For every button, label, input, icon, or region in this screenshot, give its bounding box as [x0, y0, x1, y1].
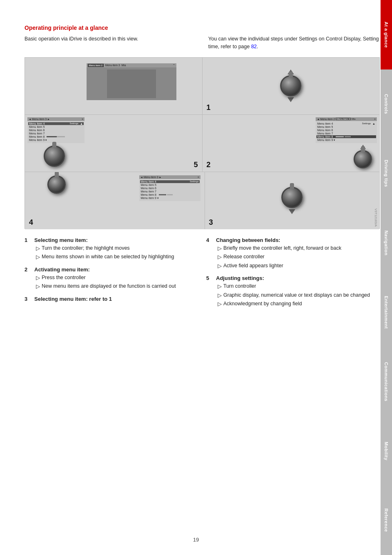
instr-sub-5-2: ▷ Acknowledgment by changing field	[216, 300, 380, 308]
instructions-left-col: 1 Selecting menu item: ▷ Turn the contro…	[24, 237, 198, 313]
triangle-bullet-icon: ▷	[36, 254, 40, 261]
diagram-cell-mid-left: ◄ Menu item 3 ► × Menu item 4 Settings ▲…	[25, 115, 203, 172]
sidebar-tab-navigation[interactable]: Navigation	[381, 208, 392, 278]
menu-item-5-row: Menu item 5	[28, 125, 84, 128]
instruction-item-1: 1 Selecting menu item: ▷ Turn the contro…	[24, 237, 198, 262]
menu-item-9-row-ml: Menu item 9 ▾	[28, 139, 84, 142]
diagram-label-2: 2	[207, 161, 211, 169]
instr-sublist-1: ▷ Turn the controller; the highlight mov…	[34, 245, 198, 261]
page-number: 19	[193, 537, 199, 543]
knob-nub-5	[52, 142, 56, 148]
page-link[interactable]: 82	[251, 44, 257, 49]
sidebar-tab-mobility[interactable]: Mobility	[381, 416, 392, 486]
menu-item-3-bl: ◄ Menu item 3 ►	[140, 176, 162, 179]
knob-1	[280, 75, 301, 96]
knob-area-4	[47, 175, 66, 194]
diagram-row-2: ◄ Menu item 3 ► × Menu item 4 Settings ▲…	[25, 115, 379, 172]
knob-nub-4	[55, 172, 59, 177]
screen-header-bot-left: ◄ Menu item 3 ► ×	[139, 175, 200, 179]
sidebar-tab-entertainment[interactable]: Entertainment	[381, 278, 392, 347]
triangle-bullet-icon: ▷	[218, 301, 222, 308]
settings-label-mid-left: Settings	[69, 122, 78, 125]
diagram-label-4: 4	[29, 218, 33, 227]
instr-content-5: Adjusting settings: ▷ Turn controller ▷ …	[216, 275, 380, 309]
screen-mid-left: ◄ Menu item 3 ► × Menu item 4 Settings ▲…	[27, 117, 85, 143]
sidebar-tab-at-a-glance[interactable]: At a glance	[381, 0, 392, 69]
diagram-cell-bot-right: 3	[205, 172, 380, 229]
instr-title-1: Selecting menu item:	[34, 237, 198, 243]
menu-item-4-mr: Menu item 4 Settings ▲	[316, 122, 376, 125]
section-heading: Operating principle at a glance	[24, 25, 380, 31]
prog-empty-mr	[336, 136, 344, 137]
menu-item-4-bl-highlighted: Menu item 4 Settings	[140, 180, 200, 183]
settings-bl: Settings	[190, 180, 199, 183]
instructions: 1 Selecting menu item: ▷ Turn the contro…	[24, 237, 380, 313]
triangle-bullet-icon: ▷	[36, 275, 40, 282]
close-x-mr: ×	[374, 118, 376, 121]
instr-content-4: Changing between fields: ▷ Briefly move …	[216, 237, 380, 271]
settings-label-mr: Settings	[362, 122, 371, 125]
triangle-bullet-icon: ▷	[218, 254, 222, 261]
instr-content-3: Selecting menu item: refer to 1	[34, 296, 198, 304]
knob-area-1	[203, 69, 380, 102]
screen-dot-1: ⌃	[173, 64, 175, 67]
menu-item-4: Menu item 4	[29, 122, 45, 125]
knob-area-3	[205, 187, 380, 214]
sidebar-tab-controls[interactable]: Controls	[381, 69, 392, 139]
instr-title-4: Changing between fields:	[216, 237, 380, 243]
menu-item-8-bl: Menu item 8	[140, 193, 200, 196]
triangle-bullet-icon: ▷	[218, 283, 222, 291]
diagram-cell-mid-right: ◄ Menu item 2 Menu item 3 Mia × Menu ite…	[203, 115, 380, 172]
menu-item-8-highlighted-mr: Menu item 8	[316, 135, 376, 138]
diagram-cell-top-left: Menu item 2 Menu item 3 Mia ⌃	[25, 58, 203, 114]
knob-area-5	[44, 145, 65, 167]
instruction-item-5: 5 Adjusting settings: ▷ Turn controller …	[206, 275, 380, 309]
intro-right: You can view the individual steps under …	[208, 35, 380, 51]
instruction-item-4: 4 Changing between fields: ▷ Briefly mov…	[206, 237, 380, 271]
mid-right-content: ◄ Menu item 2 Menu item 3 Mia × Menu ite…	[205, 117, 377, 143]
screen-menu-bot-left: Menu item 4 Settings Menu item 5 Menu it…	[139, 179, 200, 201]
screen-mid-right: ◄ Menu item 2 Menu item 3 Mia × Menu ite…	[316, 117, 377, 143]
triangle-bullet-icon: ▷	[218, 292, 222, 300]
intro-right-period: .	[257, 44, 258, 49]
menu-item-7-row: Menu item 7	[28, 132, 84, 135]
menu-item-9-bl: Menu item 9 ▾	[140, 197, 200, 200]
instr-sublist-2: ▷ Press the controller ▷ New menu items …	[34, 274, 198, 291]
menu-row-4-highlighted: Menu item 4 Settings ▲	[28, 122, 84, 125]
diagram-cell-bot-left: ◄ Menu item 3 ► × Menu item 4 Settings M…	[25, 172, 205, 229]
sidebar-tab-communications[interactable]: Communications	[381, 347, 392, 416]
knob-nub-3	[290, 183, 294, 189]
intro-columns: Basic operation via iDrive is described …	[24, 35, 380, 51]
instruction-item-2: 2 Activating menu item: ▷ Press the cont…	[24, 266, 198, 292]
knob-3	[281, 187, 303, 208]
menu-item-mia-label: Mia	[122, 64, 126, 67]
prog-empty-bl	[167, 194, 173, 195]
triangle-bullet-icon: ▷	[218, 245, 222, 253]
instr-sub-2-1: ▷ New menu items are displayed or the fu…	[34, 283, 198, 291]
prog-bl	[159, 194, 166, 195]
diagram-cell-top-right: 1	[203, 58, 380, 114]
knob-4	[47, 175, 66, 194]
mia-label: Mia	[352, 118, 356, 120]
menu-item-9-mr: Menu item 9 ▾	[316, 139, 376, 142]
instructions-right-col: 4 Changing between fields: ▷ Briefly mov…	[206, 237, 380, 313]
instr-sub-5-0: ▷ Turn controller	[216, 283, 380, 291]
progress-area	[47, 135, 83, 138]
instr-sub-2-0: ▷ Press the controller	[34, 274, 198, 282]
knob-nub-1	[289, 72, 293, 77]
instr-title-2: Activating menu item:	[34, 266, 198, 273]
diagram: Menu item 2 Menu item 3 Mia ⌃ 1	[24, 57, 380, 229]
arrow-down-icon	[287, 97, 294, 102]
triangle-bullet-icon: ▷	[36, 245, 40, 253]
sidebar-tab-reference[interactable]: Reference	[381, 486, 392, 555]
instr-num-5: 5	[206, 275, 213, 309]
menu-item-5-mr: Menu item 5	[316, 125, 376, 128]
instr-num-3: 3	[24, 296, 31, 304]
screen-menu-mid-right: Menu item 4 Settings ▲ Menu item 5 Menu …	[316, 121, 377, 143]
instr-num-1: 1	[24, 237, 31, 262]
instr-sub-1-0: ▷ Turn the controller; the highlight mov…	[34, 245, 198, 253]
sidebar-tab-driving-tips[interactable]: Driving tips	[381, 139, 392, 208]
instr-sub-4-1: ▷ Release controller	[216, 253, 380, 261]
knob-nub-2	[361, 146, 365, 152]
diagram-label-1: 1	[207, 103, 211, 112]
